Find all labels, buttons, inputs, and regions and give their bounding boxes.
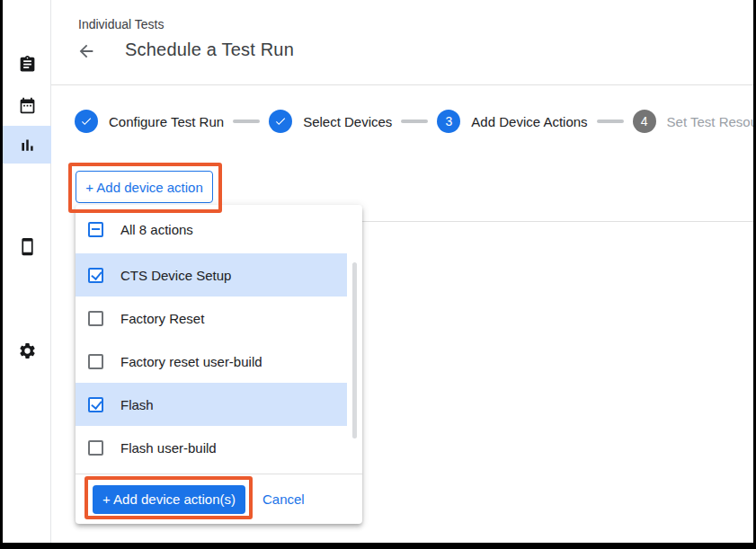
sidebar-item-test-suites[interactable] (3, 45, 51, 83)
device-action-list: CTS Device Setup Factory Reset Factory r… (76, 253, 362, 469)
step-set-test-resources[interactable]: 4 Set Test Resources (633, 110, 756, 133)
select-all-checkbox[interactable] (88, 222, 103, 237)
bar-chart-icon (18, 136, 37, 155)
list-item-label: Flash (120, 397, 154, 412)
page-title: Schedule a Test Run (125, 40, 294, 60)
step-check-icon (75, 110, 98, 133)
checkbox[interactable] (88, 354, 103, 369)
list-item-flash[interactable]: Flash (76, 383, 347, 426)
sidebar-item-test-plans[interactable] (3, 86, 51, 124)
header-divider (51, 84, 753, 85)
step-number: 3 (437, 110, 460, 133)
menu-footer: + Add device action(s) Cancel (76, 474, 362, 524)
step-connector (233, 120, 260, 123)
select-all-row[interactable]: All 8 actions (76, 213, 362, 245)
checkbox[interactable] (88, 268, 103, 283)
sidebar-item-devices[interactable] (3, 227, 51, 265)
checkbox[interactable] (88, 311, 103, 326)
list-item-flash-user-build[interactable]: Flash user-build (76, 426, 347, 469)
add-device-action-menu: All 8 actions CTS Device Setup Factory R… (76, 205, 362, 524)
screenshot-border (0, 0, 3, 549)
list-item-label: Flash user-build (120, 440, 217, 456)
calendar-icon (18, 96, 37, 115)
checkbox[interactable] (88, 440, 103, 456)
screenshot-border (0, 543, 756, 549)
step-add-device-actions[interactable]: 3 Add Device Actions (437, 110, 587, 133)
step-label: Configure Test Run (109, 114, 224, 129)
sidebar-item-test-results[interactable] (3, 126, 51, 164)
add-device-actions-submit-button[interactable]: + Add device action(s) (93, 485, 245, 514)
stepper: Configure Test Run Select Devices 3 Add … (75, 110, 756, 133)
list-item-cts-device-setup[interactable]: CTS Device Setup (76, 253, 347, 297)
list-item-label: CTS Device Setup (120, 268, 231, 283)
step-connector (597, 120, 624, 123)
sidebar-item-settings[interactable] (3, 332, 51, 369)
list-item-factory-reset-user-build[interactable]: Factory reset user-build (76, 340, 347, 383)
step-check-icon (269, 110, 292, 133)
arrow-back-icon (76, 41, 96, 61)
step-connector (401, 120, 428, 123)
step-label: Add Device Actions (471, 114, 587, 129)
step-number: 4 (633, 110, 656, 133)
checkbox[interactable] (88, 397, 103, 412)
back-arrow-button[interactable] (76, 41, 96, 61)
cancel-link[interactable]: Cancel (262, 491, 305, 507)
step-configure-test-run[interactable]: Configure Test Run (75, 110, 224, 133)
scrollbar-thumb[interactable] (352, 262, 357, 438)
step-select-devices[interactable]: Select Devices (269, 110, 392, 133)
step-label: Set Test Resources (667, 114, 756, 129)
smartphone-icon (18, 237, 37, 256)
sidebar (3, 0, 51, 543)
select-all-label: All 8 actions (120, 222, 193, 237)
breadcrumb: Individual Tests (78, 17, 164, 31)
add-device-action-button[interactable]: + Add device action (76, 171, 213, 203)
list-item-label: Factory Reset (120, 311, 204, 326)
assignment-icon (18, 55, 37, 74)
settings-gear-icon (18, 341, 37, 360)
step-label: Select Devices (303, 114, 392, 129)
list-item-label: Factory reset user-build (120, 354, 262, 369)
list-item-factory-reset[interactable]: Factory Reset (76, 297, 347, 340)
app-window: Individual Tests Schedule a Test Run Con… (0, 0, 756, 549)
